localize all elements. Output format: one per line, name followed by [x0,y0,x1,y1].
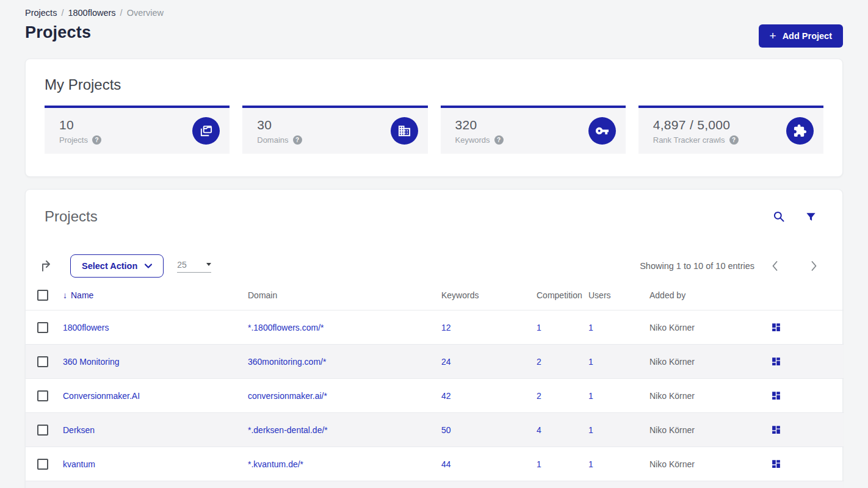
users-count-link[interactable]: 1 [588,391,593,401]
add-project-button[interactable]: + Add Project [759,24,843,48]
keywords-count-link[interactable]: 24 [441,357,451,367]
stat-label-keywords: Keywords [455,135,490,145]
users-count-link[interactable]: 1 [588,459,593,469]
column-header-name[interactable]: ↓Name [63,287,248,310]
help-icon[interactable]: ? [494,135,504,145]
page-size-select[interactable]: 25 [177,260,211,273]
filter-icon[interactable] [805,211,817,223]
chevron-right-icon[interactable] [805,257,823,274]
projects-table: ↓Name Domain Keywords Competition Users … [26,287,844,488]
users-count-link[interactable]: 1 [588,425,593,435]
keywords-count-link[interactable]: 42 [441,391,451,401]
table-row: kvantum *.kvantum.de/* 44 1 1 Niko Körne… [26,447,844,481]
column-header-users[interactable]: Users [588,287,649,310]
projects-copy-icon [192,117,220,145]
project-domain-link[interactable]: *.kvantum.de/* [248,459,303,469]
added-by-text: Niko Körner [649,413,771,447]
stat-label-rank-tracker: Rank Tracker crawls [653,135,725,145]
row-checkbox[interactable] [37,356,48,367]
puzzle-icon [786,117,814,145]
domain-building-icon [391,117,418,145]
breadcrumb-overview: Overview [127,8,164,18]
column-header-added-by[interactable]: Added by [649,287,771,310]
dashboard-icon[interactable] [771,356,781,367]
stat-label-projects: Projects [59,135,88,145]
breadcrumb-1800flowers[interactable]: 1800flowers [68,8,115,18]
stats-row: 10 Projects ? 30 [45,106,823,154]
select-all-checkbox[interactable] [37,290,48,301]
keywords-count-link[interactable]: 12 [441,323,451,332]
add-project-label: Add Project [783,31,832,41]
sort-desc-icon: ↓ [63,290,67,300]
project-name-link[interactable]: Conversionmaker.AI [63,391,140,401]
project-name-link[interactable]: Derksen [63,425,95,435]
table-header-row: ↓Name Domain Keywords Competition Users … [26,287,844,310]
select-triangle-icon [206,263,211,266]
stat-value-projects: 10 [59,118,101,132]
breadcrumb-projects[interactable]: Projects [25,8,57,18]
competition-count-link[interactable]: 2 [537,391,541,401]
table-row: 360 Monitoring 360monitoring.com/* 24 2 … [26,345,844,379]
plus-icon: + [770,30,776,41]
column-header-keywords[interactable]: Keywords [441,287,537,310]
added-by-text: Niko Körner [649,379,771,413]
stat-card-domains: 30 Domains ? [242,106,427,154]
help-icon[interactable]: ? [293,135,302,145]
keywords-count-link[interactable]: 50 [441,425,451,435]
chevron-down-icon [145,264,152,268]
project-name-link[interactable]: kvantum [63,459,95,469]
table-row: 1800flowers *.1800flowers.com/* 12 1 1 N… [26,310,844,345]
table-row: Derksen *.derksen-dental.de/* 50 4 1 Nik… [26,413,844,447]
added-by-text: Niko Körner [649,447,771,481]
users-count-link[interactable]: 1 [588,323,593,332]
dashboard-icon[interactable] [771,425,781,435]
select-action-dropdown[interactable]: Select Action [70,254,164,278]
stat-card-projects: 10 Projects ? [45,106,230,154]
search-icon[interactable] [773,210,785,223]
help-icon[interactable]: ? [92,135,101,145]
dashboard-icon[interactable] [771,322,781,332]
projects-table-title: Projects [45,208,98,225]
stat-value-keywords: 320 [455,118,504,132]
added-by-text: Niko Körner [649,345,771,379]
column-header-domain[interactable]: Domain [248,287,441,310]
project-domain-link[interactable]: conversionmaker.ai/* [248,391,327,401]
dashboard-icon[interactable] [771,390,781,401]
stat-label-domains: Domains [257,135,288,145]
competition-count-link[interactable]: 1 [537,323,541,332]
row-checkbox[interactable] [37,425,48,436]
project-name-link[interactable]: 1800flowers [63,323,109,332]
project-domain-link[interactable]: 360monitoring.com/* [248,357,326,367]
competition-count-link[interactable]: 1 [537,459,541,469]
project-domain-link[interactable]: *.1800flowers.com/* [248,323,324,332]
table-row: Conversionmaker.AI conversionmaker.ai/* … [26,379,844,413]
row-checkbox[interactable] [37,322,48,333]
showing-entries-text: Showing 1 to 10 of 10 entries [640,261,754,271]
my-projects-title: My Projects [45,76,823,93]
stat-value-rank-tracker: 4,897 / 5,000 [653,118,739,132]
row-checkbox[interactable] [37,459,48,470]
table-toolbar: Select Action 25 Showing 1 to 10 of 10 e… [26,254,842,278]
column-header-competition[interactable]: Competition [537,287,588,310]
page-size-value: 25 [177,260,187,270]
my-projects-card: My Projects 10 Projects ? [25,59,843,177]
dashboard-icon[interactable] [771,459,781,469]
users-count-link[interactable]: 1 [588,357,593,367]
stat-card-keywords: 320 Keywords ? [441,106,626,154]
project-domain-link[interactable]: *.derksen-dental.de/* [248,425,328,435]
row-checkbox[interactable] [37,390,48,401]
export-arrow-icon[interactable] [40,259,54,273]
key-icon [588,117,616,145]
help-icon[interactable]: ? [729,135,739,145]
stat-value-domains: 30 [257,118,302,132]
competition-count-link[interactable]: 4 [537,425,541,435]
keywords-count-link[interactable]: 44 [441,459,451,469]
competition-count-link[interactable]: 2 [537,357,541,367]
breadcrumb-separator: / [61,8,63,18]
chevron-left-icon[interactable] [765,257,784,274]
added-by-text: Niko Körner [649,310,771,345]
projects-table-card: Projects S [25,189,843,488]
select-action-label: Select Action [82,261,137,271]
project-name-link[interactable]: 360 Monitoring [63,357,120,367]
breadcrumb: Projects / 1800flowers / Overview [25,0,843,18]
